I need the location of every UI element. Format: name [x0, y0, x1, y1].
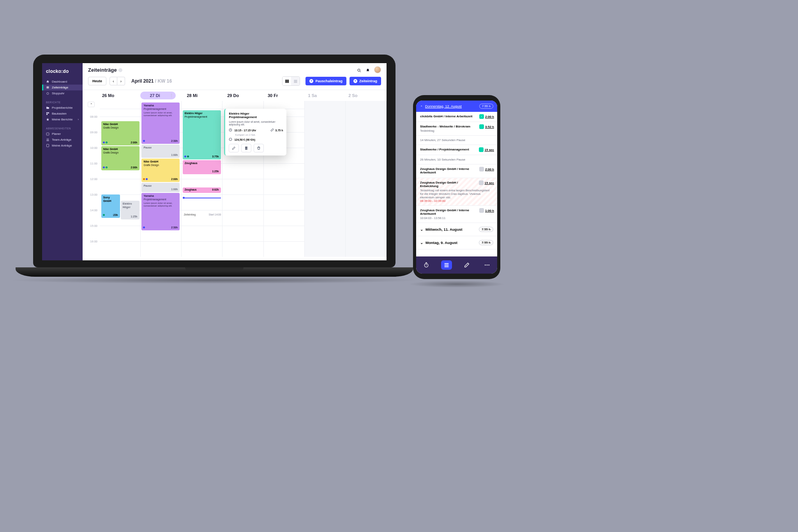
nav-projektberichte[interactable]: Projektberichte: [42, 105, 83, 111]
svg-point-6: [48, 139, 49, 140]
laptop-frame: clocko:do Dashboard Zeiteinträge Stoppuh…: [33, 55, 395, 285]
stopped-icon: [479, 180, 484, 185]
section-absence: ABWESENHEITEN: [42, 122, 83, 131]
time-entry[interactable]: Elektro HögerProjektmanagement 3:75h: [183, 110, 221, 159]
pause-entry[interactable]: Pause 1:00h: [141, 145, 180, 158]
delete-button[interactable]: [254, 144, 264, 152]
plus-doc-icon: [46, 144, 49, 147]
view-calendar[interactable]: [282, 77, 291, 85]
section-reports: BERICHTE: [42, 96, 83, 105]
phone-entry[interactable]: Zeughaus Design GmbH / Interne Arbeitsze…: [416, 164, 497, 178]
today-button[interactable]: Heute: [88, 77, 106, 85]
nav-dashboard[interactable]: Dashboard: [42, 79, 83, 85]
zeiteintrag-button[interactable]: +Zeiteintrag: [350, 77, 381, 85]
sidebar: clocko:do Dashboard Zeiteinträge Stoppuh…: [42, 63, 83, 260]
popover-time: 13:15 - 17:15 Uhr: [234, 129, 256, 132]
time-entry[interactable]: Nike GmbHGrafik Design 2:00h: [141, 159, 180, 182]
pauschaleintrag-button[interactable]: +Pauschaleintrag: [305, 77, 346, 85]
day-header[interactable]: 29 Do: [225, 90, 265, 101]
phone-entry[interactable]: Zeughaus Design GmbH / Interne Arbeitsze…: [416, 206, 497, 223]
more-icon[interactable]: ⋮: [169, 93, 173, 97]
hour-label: 16:00: [90, 240, 97, 243]
calendar-columns: Nike GmbHGrafik Design 2:00h Nike GmbHGr…: [100, 101, 387, 257]
nav-meine-antraege[interactable]: Meine Anträge: [42, 143, 83, 148]
svg-rect-4: [46, 133, 49, 135]
next-button[interactable]: ›: [117, 77, 125, 85]
svg-rect-14: [294, 82, 297, 82]
svg-rect-13: [294, 81, 297, 81]
svg-rect-2: [48, 112, 49, 113]
svg-point-24: [487, 265, 488, 266]
phone-tab-list[interactable]: [441, 260, 452, 270]
date-period: April 2021 / KW 16: [131, 78, 172, 84]
nav-label: Stoppuhr: [52, 92, 64, 95]
nav-label: Dashboard: [52, 80, 67, 83]
day-header[interactable]: 30 Fr: [265, 90, 306, 101]
day-header-weekend[interactable]: 1 Sa: [306, 90, 346, 101]
time-entry[interactable]: YamahaProjektmanagementLorem ipsum dolor…: [141, 193, 180, 230]
time-entry[interactable]: Zeughaus0:02h: [183, 187, 221, 193]
star-icon: [46, 118, 49, 121]
stopwatch-icon: [46, 92, 49, 95]
edit-button[interactable]: [229, 144, 239, 152]
phone-day-header[interactable]: ⌄Mittwoch, 11. August 7:55 h: [416, 223, 497, 236]
nav-meine-berichte[interactable]: Meine Berichte ›: [42, 117, 83, 122]
phone-entry[interactable]: Stadtwerke / Projektmanagement 15 sec: [416, 145, 497, 155]
nav-label: Team-Anträge: [52, 138, 71, 141]
day-header-weekend[interactable]: 2 So: [346, 90, 387, 101]
phone-day-header-active[interactable]: ⌄Donnerstag, 12. August 7:55 h: [416, 101, 497, 112]
info-icon[interactable]: [118, 68, 122, 72]
day-header[interactable]: 26 Mo: [100, 90, 140, 101]
running-icon: [479, 114, 484, 119]
phone-tab-more[interactable]: [482, 260, 493, 270]
svg-rect-3: [46, 114, 48, 115]
day-header[interactable]: 28 Mi: [184, 90, 225, 101]
view-list[interactable]: [291, 77, 300, 85]
calendar-icon: [46, 132, 49, 136]
nav-team-antraege[interactable]: Team-Anträge: [42, 137, 83, 143]
avatar[interactable]: [374, 66, 381, 73]
entry-popover: Elektro Höger Projektmanagement Lorem ip…: [224, 109, 286, 156]
hour-label: 09:00: [90, 131, 97, 134]
time-entry[interactable]: Zeughaus 1:25h: [183, 160, 221, 174]
popover-desc: Lorem ipsum dolor sit amet, consectetuer…: [229, 120, 283, 126]
plus-icon: +: [309, 79, 313, 83]
search-icon[interactable]: [357, 67, 362, 72]
nav-label: Zeiteinträge: [52, 86, 68, 89]
nav-zeiteintraege[interactable]: Zeiteinträge: [42, 85, 83, 90]
bell-icon[interactable]: [365, 67, 370, 72]
day-header-row: 26 Mo 27 Di⋮ 28 Mi 29 Do 30 Fr 1 Sa 2 So: [83, 90, 387, 101]
time-entry[interactable]: YamahaProjektmanagementLorem ipsum dolor…: [141, 103, 180, 144]
phone-entry[interactable]: clickbits GmbH / Interne Arbeitszeit 2:0…: [416, 112, 497, 122]
svg-rect-21: [445, 265, 449, 265]
time-entry[interactable]: Sony GmbH :23h: [101, 194, 120, 218]
nav-planer[interactable]: Planer: [42, 131, 83, 137]
brand-logo: clocko:do: [42, 67, 83, 79]
time-entry[interactable]: Nike GmbHGrafik Design 2:00h: [101, 121, 139, 145]
time-entry[interactable]: Nike GmbHGrafik Design 2:00h: [101, 146, 139, 170]
phone-tabbar: [416, 256, 497, 274]
svg-rect-7: [47, 144, 49, 147]
collapse-button[interactable]: ⌃: [88, 102, 95, 107]
blocks-icon: [46, 112, 49, 115]
plus-icon: +: [353, 79, 357, 83]
day-total: 7:55 h: [479, 227, 493, 232]
phone-frame: ⌄Donnerstag, 12. August 7:55 h clickbits…: [413, 95, 500, 279]
view-toggle: [282, 76, 300, 86]
phone-entry[interactable]: Stadtwerke - Webseite / Bürokram Testein…: [416, 122, 497, 136]
phone-day-header[interactable]: ⌄Montag, 9. August 7:55 h: [416, 236, 497, 249]
pause-entry[interactable]: Pause 1:00h: [141, 183, 180, 192]
page-title: Zeiteinträge: [88, 67, 122, 73]
prev-button[interactable]: ‹: [109, 77, 117, 85]
phone-tab-edit[interactable]: [461, 260, 472, 270]
svg-point-23: [485, 265, 486, 266]
nav-stoppuhr[interactable]: Stoppuhr: [42, 90, 83, 96]
phone-tab-timer[interactable]: [421, 260, 432, 270]
time-entry[interactable]: Elektro Höger 1:25h: [121, 201, 139, 219]
hour-label: 15:00: [90, 224, 97, 228]
nav-baukasten[interactable]: Baukasten: [42, 111, 83, 117]
day-header-selected[interactable]: 27 Di⋮: [140, 92, 176, 99]
phone-entry-error[interactable]: Zeughaus Design GmbH / Entwicklung Teste…: [416, 178, 497, 206]
stopped-icon: [479, 208, 484, 213]
split-button[interactable]: [241, 144, 251, 152]
